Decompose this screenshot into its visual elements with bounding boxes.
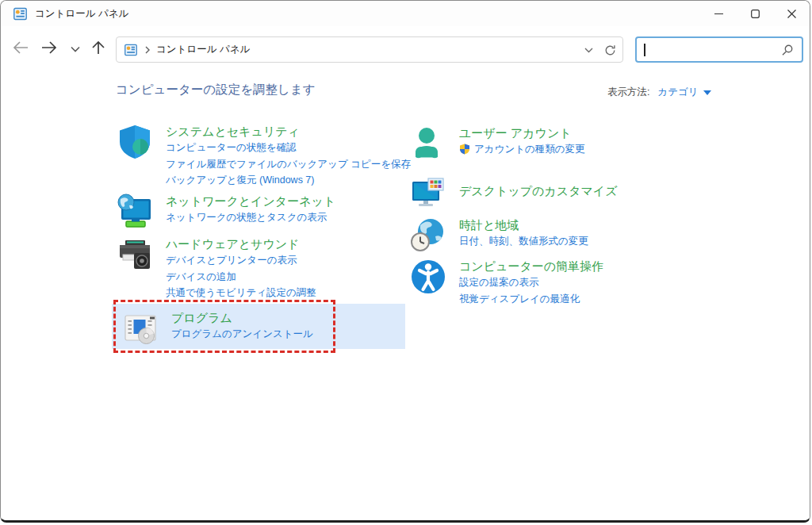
category-title-clock-region[interactable]: 時計と地域 [459, 218, 588, 233]
breadcrumb[interactable]: コントロール パネル [156, 43, 250, 56]
category-clock-region: 時計と地域 日付、時刻、数値形式の変更 [409, 217, 588, 255]
view-by: 表示方法: カテゴリ [607, 86, 711, 99]
window-title: コントロール パネル [35, 7, 128, 21]
back-button[interactable] [9, 37, 33, 58]
task-link-change-account-type[interactable]: アカウントの種類の変更 [459, 141, 585, 158]
maximize-icon [751, 10, 760, 18]
task-link[interactable]: デバイスとプリンターの表示 [166, 252, 316, 269]
network-icon[interactable] [116, 193, 154, 231]
clock-globe-icon[interactable] [409, 217, 447, 255]
task-link[interactable]: コンピューターの状態を確認 [166, 140, 411, 156]
title-bar: コントロール パネル [1, 1, 810, 26]
programs-icon[interactable] [121, 309, 159, 347]
desktop-icon[interactable] [409, 174, 447, 213]
minimize-icon [714, 10, 723, 18]
task-link[interactable]: デバイスの追加 [166, 269, 316, 285]
category-title-hardware[interactable]: ハードウェアとサウンド [166, 237, 316, 252]
category-ease-of-access: コンピューターの簡単操作 設定の提案の表示 視覚ディスプレイの最適化 [409, 258, 603, 307]
view-by-label: 表示方法: [607, 86, 649, 99]
category-title-user-accounts[interactable]: ユーザー アカウント [459, 126, 585, 141]
category-system-security: システムとセキュリティ コンピューターの状態を確認 ファイル履歴でファイルのバッ… [116, 123, 411, 189]
refresh-icon [604, 44, 616, 56]
user-icon[interactable] [409, 125, 447, 163]
category-title-network[interactable]: ネットワークとインターネット [166, 194, 335, 209]
category-user-accounts: ユーザー アカウント アカウントの種類の変更 [409, 125, 585, 163]
chevron-down-icon [584, 48, 593, 53]
task-link[interactable]: ネットワークの状態とタスクの表示 [166, 209, 335, 226]
search-box[interactable] [635, 36, 803, 63]
back-icon [13, 41, 29, 54]
navigation-toolbar: コントロール パネル [1, 26, 810, 69]
text-caret [644, 44, 645, 56]
page-title: コンピューターの設定を調整します [116, 82, 316, 98]
chevron-down-icon [71, 46, 80, 52]
task-link[interactable]: ファイル履歴でファイルのバックアップ コピーを保存 [166, 156, 411, 173]
up-button[interactable] [86, 37, 110, 58]
task-link[interactable]: 日付、時刻、数値形式の変更 [459, 233, 588, 250]
category-appearance: デスクトップのカスタマイズ [409, 174, 618, 213]
category-title-programs[interactable]: プログラム [171, 311, 313, 326]
minimize-button[interactable] [700, 1, 737, 26]
chevron-down-icon[interactable] [703, 90, 711, 95]
address-bar[interactable]: コントロール パネル [116, 36, 623, 63]
address-dropdown-button[interactable] [584, 48, 593, 53]
task-link[interactable]: バックアップと復元 (Windows 7) [166, 172, 411, 189]
view-by-category-link[interactable]: カテゴリ [657, 86, 698, 99]
accessibility-icon[interactable] [409, 258, 447, 296]
printer-sound-icon[interactable] [116, 236, 154, 274]
task-link[interactable]: 共通で使うモビリティ設定の調整 [166, 285, 316, 301]
control-panel-home: コンピューターの設定を調整します 表示方法: カテゴリ システムとセキュリティ … [1, 69, 810, 523]
close-button[interactable] [773, 1, 810, 26]
maximize-button[interactable] [737, 1, 773, 26]
category-network-internet: ネットワークとインターネット ネットワークの状態とタスクの表示 [116, 193, 335, 231]
up-arrow-icon [92, 40, 105, 55]
task-link[interactable]: 視覚ディスプレイの最適化 [459, 291, 603, 308]
forward-icon [41, 41, 57, 54]
search-icon[interactable] [781, 44, 794, 56]
recent-locations-button[interactable] [63, 39, 87, 59]
task-link-uninstall-program[interactable]: プログラムのアンインストール [171, 326, 313, 343]
category-title-ease-of-access[interactable]: コンピューターの簡単操作 [459, 259, 603, 274]
forward-button[interactable] [37, 37, 61, 58]
close-icon [787, 10, 796, 18]
category-hardware-sound: ハードウェアとサウンド デバイスとプリンターの表示 デバイスの追加 共通で使うモ… [116, 236, 316, 301]
category-title-system-security[interactable]: システムとセキュリティ [166, 125, 411, 140]
control-panel-icon [124, 44, 137, 56]
category-title-appearance[interactable]: デスクトップのカスタマイズ [459, 184, 618, 199]
uac-shield-icon [459, 144, 470, 155]
shield-icon[interactable] [116, 123, 154, 161]
control-panel-icon [13, 7, 27, 21]
search-input[interactable] [643, 40, 773, 60]
task-link[interactable]: 設定の提案の表示 [459, 274, 603, 291]
refresh-button[interactable] [604, 44, 616, 56]
control-panel-window: コントロール パネル [0, 0, 810, 523]
breadcrumb-chevron-icon [145, 46, 150, 54]
category-programs: プログラム プログラムのアンインストール [121, 309, 313, 347]
